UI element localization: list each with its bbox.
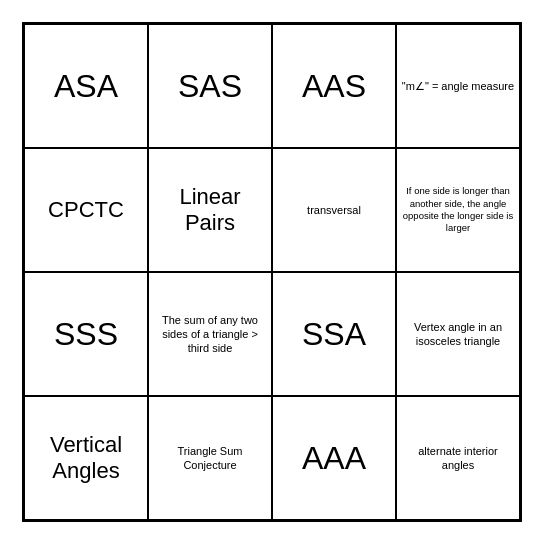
cell-sss: SSS	[24, 272, 148, 396]
cell-angle-measure: "m∠" = angle measure	[396, 24, 520, 148]
cell-vertical-angles: Vertical Angles	[24, 396, 148, 520]
cell-ssa: SSA	[272, 272, 396, 396]
cell-triangle-sum: Triangle Sum Conjecture	[148, 396, 272, 520]
cell-alternate-interior: alternate interior angles	[396, 396, 520, 520]
cell-aaa: AAA	[272, 396, 396, 520]
cell-triangle-inequality: The sum of any two sides of a triangle >…	[148, 272, 272, 396]
cell-transversal: transversal	[272, 148, 396, 272]
cell-aas: AAS	[272, 24, 396, 148]
cell-longer-side: If one side is longer than another side,…	[396, 148, 520, 272]
cell-cpctc: CPCTC	[24, 148, 148, 272]
bingo-card: ASASASAAS"m∠" = angle measureCPCTCLinear…	[22, 22, 522, 522]
cell-linear-pairs: Linear Pairs	[148, 148, 272, 272]
cell-sas: SAS	[148, 24, 272, 148]
cell-vertex-angle: Vertex angle in an isosceles triangle	[396, 272, 520, 396]
cell-asa: ASA	[24, 24, 148, 148]
